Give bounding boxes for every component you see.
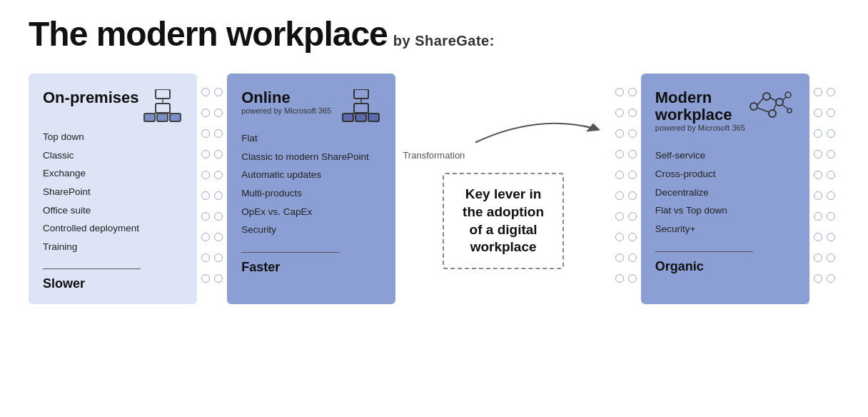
dot — [201, 109, 210, 117]
dot — [814, 150, 822, 159]
list-item: Security — [241, 221, 381, 239]
dot — [814, 88, 822, 96]
online-title-group: Online powered by Microsoft 365 — [241, 89, 331, 125]
svg-line-17 — [361, 113, 374, 114]
dots-right — [809, 74, 839, 304]
dot — [214, 129, 223, 138]
dot — [827, 212, 835, 221]
svg-line-15 — [348, 113, 361, 114]
card-divider — [241, 252, 339, 253]
dot — [827, 171, 835, 179]
key-lever-text: Key lever in the adoption of a digital w… — [463, 186, 544, 254]
dot-grid-right — [614, 74, 638, 304]
dot — [628, 88, 637, 96]
list-item: Multi-products — [241, 184, 381, 203]
dot — [214, 253, 223, 262]
dot — [201, 191, 210, 200]
list-item: Automatic updates — [241, 166, 381, 184]
on-premises-header: On-premises — [43, 89, 183, 124]
svg-line-27 — [757, 108, 769, 112]
dot-grid-far-right — [812, 74, 837, 304]
list-item: Flat vs Top down — [655, 201, 795, 220]
main-content: On-premises Top down C — [29, 74, 839, 304]
list-item: Security+ — [655, 220, 795, 238]
modern-title: Modernworkplace — [655, 89, 745, 124]
svg-line-6 — [150, 113, 163, 114]
svg-rect-1 — [156, 104, 170, 113]
list-item: Self-service — [655, 146, 795, 165]
dot — [615, 253, 624, 262]
transformation-area: Transformation Key lever in the adoption… — [395, 74, 610, 304]
list-item: Classic to modern SharePoint — [241, 148, 381, 166]
dots-separator-2 — [611, 74, 641, 304]
dot — [214, 88, 223, 96]
dot — [201, 129, 210, 138]
dot — [201, 212, 210, 221]
svg-point-20 — [763, 93, 770, 100]
dot — [615, 212, 624, 221]
main-title: The modern workplace — [29, 14, 388, 54]
dot — [628, 233, 637, 241]
dot — [201, 88, 210, 96]
dots-separator-1 — [197, 74, 227, 304]
dot — [814, 129, 822, 138]
svg-rect-13 — [368, 114, 379, 121]
card-divider — [43, 268, 141, 269]
dot — [214, 109, 223, 117]
list-item: Training — [43, 238, 183, 256]
modern-items: Self-service Cross-product Decentralize … — [655, 146, 795, 238]
online-footer: Faster — [241, 260, 381, 275]
dot — [628, 129, 637, 138]
dot — [814, 171, 822, 179]
online-card: Online powered by Microsoft 365 Flat Cla… — [227, 74, 395, 304]
dot — [827, 274, 835, 283]
online-title: Online — [241, 89, 331, 106]
dot — [201, 253, 210, 262]
dot — [214, 191, 223, 200]
dot-grid-left — [200, 74, 224, 304]
key-lever-box: Key lever in the adoption of a digital w… — [443, 173, 564, 269]
page-header: The modern workplace by ShareGate: — [29, 14, 839, 54]
list-item: OpEx vs. CapEx — [241, 203, 381, 221]
modern-footer: Organic — [655, 259, 795, 274]
transformation-arrow — [468, 109, 604, 151]
dot — [615, 88, 624, 96]
dot — [814, 191, 822, 200]
online-items: Flat Classic to modern SharePoint Automa… — [241, 129, 381, 239]
dot — [615, 150, 624, 159]
dot — [814, 109, 822, 117]
dot — [201, 233, 210, 241]
svg-line-25 — [757, 99, 763, 105]
svg-point-22 — [769, 110, 776, 117]
dot — [615, 171, 624, 179]
list-item: Office suite — [43, 201, 183, 220]
list-item: Decentralize — [655, 184, 795, 202]
svg-line-29 — [783, 97, 786, 100]
online-header: Online powered by Microsoft 365 — [241, 89, 381, 125]
svg-rect-11 — [343, 114, 353, 121]
svg-point-19 — [750, 103, 757, 110]
dot — [201, 274, 210, 283]
list-item: Top down — [43, 128, 183, 146]
dot — [214, 274, 223, 283]
modern-card: Modernworkplace powered by Microsoft 365 — [641, 74, 809, 304]
dot — [628, 150, 637, 159]
on-premises-footer: Slower — [43, 276, 183, 291]
subtitle: by ShareGate: — [393, 33, 495, 49]
svg-rect-0 — [156, 89, 170, 99]
dot — [615, 109, 624, 117]
card-divider — [655, 251, 753, 252]
dot — [827, 109, 835, 117]
svg-line-8 — [163, 113, 176, 114]
svg-rect-9 — [354, 89, 368, 99]
dot — [827, 253, 835, 262]
on-premises-card: On-premises Top down C — [29, 74, 197, 304]
on-premises-items: Top down Classic Exchange SharePoint Off… — [43, 128, 183, 256]
list-item: Flat — [241, 129, 381, 148]
modern-subtitle: powered by Microsoft 365 — [655, 124, 745, 132]
svg-rect-12 — [355, 114, 366, 121]
online-subtitle: powered by Microsoft 365 — [241, 106, 331, 115]
dot — [814, 212, 822, 221]
dot — [615, 129, 624, 138]
dot — [615, 233, 624, 241]
